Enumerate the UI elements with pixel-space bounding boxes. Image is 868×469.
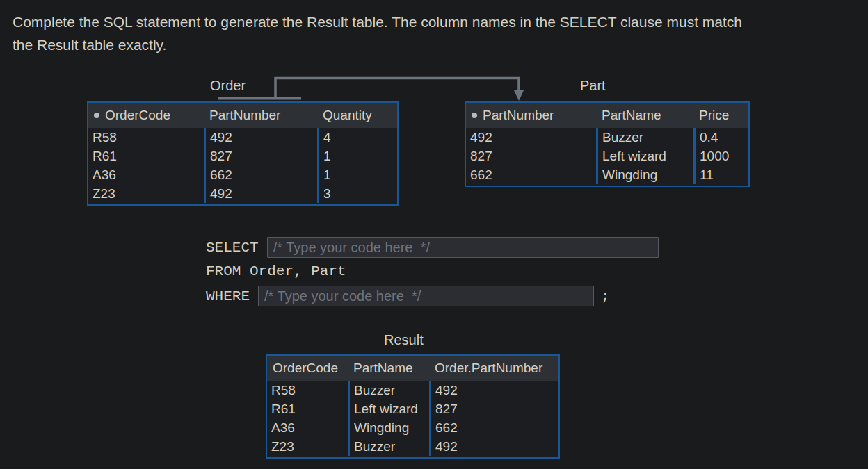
column-header-label: PartName (353, 361, 413, 376)
table-cell: 492 (431, 437, 558, 456)
sql-editor: SELECT FROM Order, Part WHERE ; (206, 236, 659, 307)
column-header: OrderCode (88, 108, 204, 123)
table-cell: 492 (206, 128, 317, 147)
statement-terminator: ; (601, 288, 610, 304)
column-header: Order.PartNumber (429, 361, 558, 376)
table-cell: 1 (319, 165, 397, 184)
table-body: R58R61A36Z23BuzzerLeft wizardWingdingBuz… (267, 381, 558, 457)
table-cell: R61 (267, 400, 348, 418)
column-header: OrderCode (267, 361, 348, 376)
column-header: Quantity (317, 108, 397, 123)
instructions-text: Complete the SQL statement to generate t… (13, 10, 854, 56)
table-cell: 1 (319, 147, 397, 165)
from-row: FROM Order, Part (206, 263, 659, 281)
table-cell: R58 (88, 128, 204, 147)
table-cell: 492 (431, 381, 558, 400)
order-table: OrderCodePartNumberQuantityR58R61A36Z234… (87, 101, 399, 206)
column-header: PartNumber (204, 108, 317, 123)
table-cell: R58 (267, 381, 348, 400)
table-cell: A36 (88, 165, 204, 184)
table-cell: Z23 (267, 437, 348, 456)
column-header: PartName (596, 108, 693, 123)
table-cell: Wingding (350, 418, 429, 437)
column-header: PartName (348, 361, 429, 376)
table-body: R58R61A36Z234928276624924113 (88, 128, 397, 204)
table-cell: Buzzer (350, 437, 429, 456)
table-cell: Buzzer (350, 381, 429, 400)
part-table-title: Part (580, 78, 606, 94)
arrow-head (514, 90, 524, 101)
table-cell: 3 (319, 184, 397, 203)
table-body: 492827662BuzzerLeft wizardWingding0.4100… (466, 128, 748, 186)
column-header-label: PartNumber (209, 108, 280, 123)
result-table: OrderCodePartNameOrder.PartNumberR58R61A… (266, 354, 560, 459)
table-cell: 492 (466, 128, 596, 147)
part-table: PartNumberPartNamePrice492827662BuzzerLe… (465, 101, 750, 187)
arrow-line (275, 79, 519, 99)
column-header: PartNumber (466, 108, 596, 123)
from-clause-text: FROM Order, Part (206, 263, 346, 281)
table-cell: 827 (466, 147, 596, 165)
table-cell: 1000 (696, 147, 748, 165)
primary-key-dot-icon (94, 113, 99, 118)
where-clause-input[interactable] (258, 286, 594, 306)
table-column: 4113 (317, 128, 397, 203)
column-header-label: OrderCode (105, 108, 170, 123)
column-header-label: PartName (602, 108, 661, 123)
table-cell: Buzzer (598, 128, 693, 147)
primary-key-dot-icon (472, 113, 477, 118)
column-header-label: Order.PartNumber (435, 361, 542, 376)
table-cell: 0.4 (696, 128, 748, 147)
table-cell: 827 (431, 400, 558, 418)
column-header: Price (693, 108, 748, 123)
table-cell: 4 (319, 128, 397, 147)
column-header-label: Quantity (323, 108, 372, 123)
arrow-anchor-bar (218, 97, 301, 100)
table-cell: 11 (696, 165, 748, 184)
result-table-title: Result (384, 332, 424, 348)
select-keyword: SELECT (206, 240, 259, 256)
table-cell: 662 (206, 165, 317, 184)
table-column: 492827662492 (429, 381, 558, 456)
table-column: R58R61A36Z23 (267, 381, 348, 456)
table-cell: 827 (206, 147, 317, 165)
table-cell: 662 (431, 418, 558, 437)
where-keyword: WHERE (206, 288, 250, 304)
table-column: BuzzerLeft wizardWingding (596, 128, 693, 184)
table-cell: Z23 (88, 184, 204, 203)
table-column: R58R61A36Z23 (88, 128, 204, 203)
select-row: SELECT (206, 236, 659, 258)
table-header-row: PartNumberPartNamePrice (466, 103, 748, 128)
table-cell: Left wizard (350, 400, 429, 418)
table-column: 0.4100011 (693, 128, 748, 184)
table-cell: 662 (466, 165, 596, 184)
table-header-row: OrderCodePartNumberQuantity (88, 103, 397, 128)
column-header-label: OrderCode (273, 361, 338, 376)
table-cell: 492 (206, 184, 317, 203)
table-cell: A36 (267, 418, 348, 437)
select-clause-input[interactable] (267, 237, 659, 258)
where-row: WHERE ; (206, 285, 659, 307)
table-column: BuzzerLeft wizardWingdingBuzzer (348, 381, 429, 456)
column-header-label: PartNumber (483, 108, 554, 123)
table-column: 492827662 (466, 128, 596, 184)
table-cell: R61 (88, 147, 204, 165)
table-cell: Left wizard (598, 147, 693, 165)
table-cell: Wingding (598, 165, 693, 184)
column-header-label: Price (699, 108, 729, 123)
table-column: 492827662492 (204, 128, 317, 203)
table-header-row: OrderCodePartNameOrder.PartNumber (267, 356, 558, 381)
